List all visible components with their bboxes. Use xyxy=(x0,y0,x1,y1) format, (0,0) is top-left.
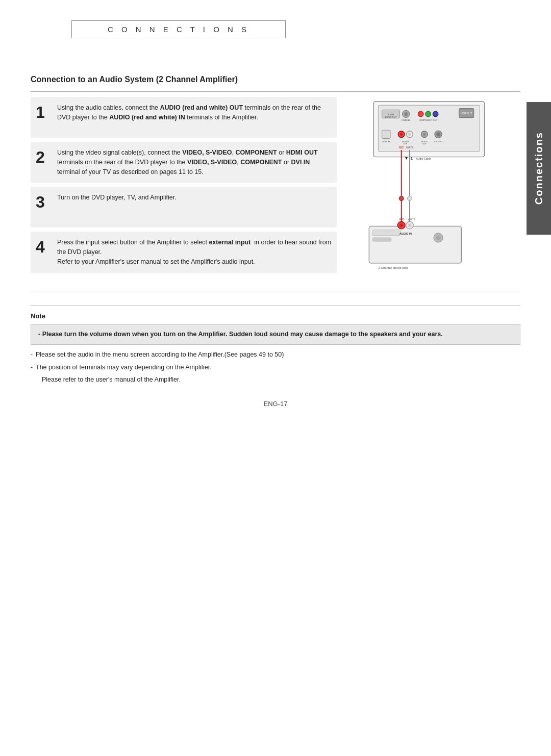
svg-point-54 xyxy=(407,196,412,201)
section-heading: Connection to an Audio System (2 Channel… xyxy=(31,75,238,84)
svg-marker-31 xyxy=(405,157,408,160)
svg-text:RED: RED xyxy=(399,218,405,221)
step-1-number: 1 xyxy=(36,104,51,132)
step-3-text: Turn on the DVD player, TV, and Amplifie… xyxy=(57,193,177,221)
svg-point-27 xyxy=(436,133,440,136)
section-divider-bottom xyxy=(31,291,520,291)
main-content: 1 Using the audio cables, connect the AU… xyxy=(31,92,520,291)
step-2-block: 2 Using the video signal cable(s), conne… xyxy=(31,142,337,183)
svg-point-53 xyxy=(399,196,404,201)
svg-point-17 xyxy=(400,133,403,136)
svg-text:COMPONENT OUT: COMPONENT OUT xyxy=(419,119,438,121)
step-4-number: 4 xyxy=(36,239,51,266)
svg-text:HDMI OUT: HDMI OUT xyxy=(461,112,472,115)
svg-text:S-VIDEO: S-VIDEO xyxy=(434,140,443,143)
step-4-text: Press the input select button of the Amp… xyxy=(57,238,332,266)
svg-text:AUDIO OUT: AUDIO OUT xyxy=(385,116,397,118)
svg-text:COAXIAL: COAXIAL xyxy=(402,119,411,121)
svg-rect-40 xyxy=(373,238,391,241)
step-2-number: 2 xyxy=(36,149,51,177)
svg-point-23 xyxy=(423,133,425,136)
header-title: C O N N E C T I O N S xyxy=(108,25,249,34)
header-box: C O N N E C T I O N S xyxy=(71,20,286,38)
note-title: Note xyxy=(31,312,520,320)
svg-text:1: 1 xyxy=(411,156,413,161)
step-3-number: 3 xyxy=(36,194,51,221)
section-header-row: Connection to an Audio System (2 Channel… xyxy=(31,70,520,88)
step-4-block: 4 Press the input select button of the A… xyxy=(31,232,337,272)
page-wrapper: Connections C O N N E C T I O N S Connec… xyxy=(0,0,551,756)
svg-point-19 xyxy=(408,133,411,136)
diagram-column: DIGITAL AUDIO OUT COAXIAL COMPONENT OUT … xyxy=(347,92,520,291)
note-item-2: The position of terminals may vary depen… xyxy=(31,363,520,372)
svg-text:2-Channel stereo amp: 2-Channel stereo amp xyxy=(378,266,408,269)
svg-point-47 xyxy=(408,223,411,227)
svg-text:WHITE: WHITE xyxy=(408,218,415,221)
svg-rect-39 xyxy=(373,230,400,236)
side-tab: Connections xyxy=(527,102,551,235)
note-item-2-sub: Please refer to the user's manual of the… xyxy=(31,375,520,385)
svg-text:AUDIO IN: AUDIO IN xyxy=(399,232,412,235)
note-item-1: Please set the audio in the menu screen … xyxy=(31,350,520,360)
svg-point-45 xyxy=(399,223,403,227)
page-number: ENG-17 xyxy=(31,400,520,408)
svg-point-8 xyxy=(418,111,423,117)
step-3-block: 3 Turn on the DVD player, TV, and Amplif… xyxy=(31,187,337,228)
step-1-block: 1 Using the audio cables, connect the AU… xyxy=(31,97,337,138)
note-section: Note - Please turn the volume down when … xyxy=(31,306,520,385)
side-tab-label: Connections xyxy=(533,132,545,205)
svg-text:RED: RED xyxy=(399,146,404,149)
step-1-text: Using the audio cables, connect the AUDI… xyxy=(57,103,332,132)
svg-point-42 xyxy=(436,235,441,240)
svg-rect-14 xyxy=(382,130,390,138)
note-important: - Please turn the volume down when you t… xyxy=(31,324,520,345)
connection-diagram: DIGITAL AUDIO OUT COAXIAL COMPONENT OUT … xyxy=(352,97,515,291)
svg-text:OPTICAL: OPTICAL xyxy=(382,140,391,143)
svg-point-10 xyxy=(433,111,438,117)
svg-text:OUT: OUT xyxy=(404,142,408,145)
step-2-text: Using the video signal cable(s), connect… xyxy=(57,148,332,177)
svg-point-9 xyxy=(425,111,431,117)
svg-text:OUT: OUT xyxy=(422,142,427,145)
svg-text:Audio Cable: Audio Cable xyxy=(416,157,431,160)
svg-text:WHITE: WHITE xyxy=(406,146,414,149)
svg-point-6 xyxy=(404,112,408,116)
steps-column: 1 Using the audio cables, connect the AU… xyxy=(31,92,337,291)
